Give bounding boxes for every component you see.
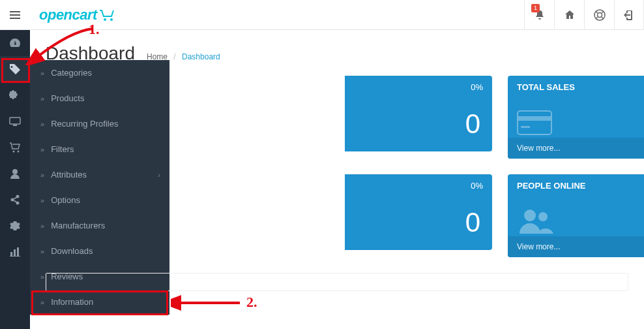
rail-customers[interactable] bbox=[0, 161, 30, 187]
svg-rect-5 bbox=[10, 18, 12, 19]
rail-catalog[interactable] bbox=[0, 56, 30, 82]
svg-point-25 bbox=[524, 210, 536, 221]
svg-rect-20 bbox=[17, 247, 19, 256]
stat-card-people-online: PEOPLE ONLINE 0 View more... bbox=[508, 174, 644, 257]
stat-value: 0 bbox=[465, 110, 480, 138]
page-title: Dashboard bbox=[46, 43, 135, 64]
brand-logo[interactable]: opencart bbox=[30, 7, 126, 24]
svg-point-7 bbox=[110, 18, 113, 21]
svg-rect-4 bbox=[10, 14, 12, 16]
help-button[interactable] bbox=[584, 0, 614, 30]
notifications-button[interactable]: 1 bbox=[524, 0, 554, 30]
rail-marketing[interactable] bbox=[0, 187, 30, 213]
breadcrumb-current[interactable]: Dashboard bbox=[182, 52, 220, 61]
main-content: Dashboard Home / Dashboard 0% 0 TOTAL SA… bbox=[30, 30, 644, 329]
svg-point-6 bbox=[104, 18, 106, 21]
stat-card-bottom-left-peek: 0% 0 bbox=[345, 174, 492, 250]
life-ring-icon bbox=[594, 9, 606, 21]
home-button[interactable] bbox=[554, 0, 584, 30]
stat-pct: 0% bbox=[471, 82, 483, 92]
stat-value: 0 bbox=[465, 209, 480, 236]
svg-rect-23 bbox=[518, 116, 551, 121]
rail-dashboard[interactable] bbox=[0, 30, 30, 56]
svg-rect-3 bbox=[10, 11, 12, 12]
logout-button[interactable] bbox=[614, 0, 644, 30]
stat-view-more[interactable]: View more... bbox=[508, 236, 644, 257]
bar-chart-icon bbox=[10, 247, 20, 257]
rail-design[interactable] bbox=[0, 108, 30, 134]
stat-title: PEOPLE ONLINE bbox=[517, 181, 585, 191]
cart-icon bbox=[98, 8, 117, 22]
sign-out-icon bbox=[624, 10, 634, 20]
svg-point-12 bbox=[13, 151, 15, 153]
puzzle-icon bbox=[9, 89, 21, 101]
brand-text: opencart bbox=[39, 7, 97, 24]
svg-rect-24 bbox=[521, 126, 530, 128]
user-icon bbox=[10, 168, 20, 179]
desktop-icon bbox=[9, 117, 21, 126]
svg-rect-19 bbox=[14, 249, 16, 256]
svg-point-15 bbox=[11, 198, 14, 202]
menu-toggle-button[interactable] bbox=[0, 0, 30, 30]
svg-point-26 bbox=[538, 212, 548, 221]
rail-system[interactable] bbox=[0, 213, 30, 239]
rail-extensions[interactable] bbox=[0, 82, 30, 108]
svg-rect-22 bbox=[518, 111, 551, 134]
stat-pct: 0% bbox=[471, 181, 483, 191]
stat-card-top-left-peek: 0% 0 bbox=[345, 76, 492, 151]
tachometer-icon bbox=[9, 37, 21, 49]
notif-badge: 1 bbox=[531, 4, 540, 12]
sidebar-rail bbox=[0, 30, 30, 329]
home-icon bbox=[564, 10, 575, 20]
svg-rect-21 bbox=[10, 256, 20, 257]
svg-rect-10 bbox=[10, 118, 20, 124]
top-bar: opencart 1 bbox=[0, 0, 644, 30]
users-icon bbox=[517, 208, 555, 234]
breadcrumb: Home / Dashboard bbox=[147, 52, 220, 61]
stat-view-more[interactable]: View more... bbox=[508, 138, 644, 159]
svg-point-14 bbox=[12, 169, 18, 174]
svg-point-13 bbox=[18, 151, 20, 153]
svg-rect-11 bbox=[13, 125, 17, 126]
rail-sales[interactable] bbox=[0, 134, 30, 161]
gear-icon bbox=[10, 221, 20, 231]
empty-panel bbox=[46, 273, 628, 291]
tag-icon bbox=[9, 63, 21, 75]
svg-rect-18 bbox=[10, 252, 12, 256]
stat-card-total-sales: TOTAL SALES0% 0 View more... bbox=[508, 76, 644, 159]
shopping-cart-icon bbox=[9, 142, 21, 153]
rail-reports[interactable] bbox=[0, 239, 30, 265]
stat-title: TOTAL SALES bbox=[517, 82, 575, 92]
svg-point-9 bbox=[597, 12, 602, 17]
breadcrumb-home[interactable]: Home bbox=[147, 52, 168, 61]
list-icon bbox=[10, 10, 20, 20]
share-icon bbox=[10, 195, 20, 205]
credit-card-icon bbox=[517, 110, 552, 135]
